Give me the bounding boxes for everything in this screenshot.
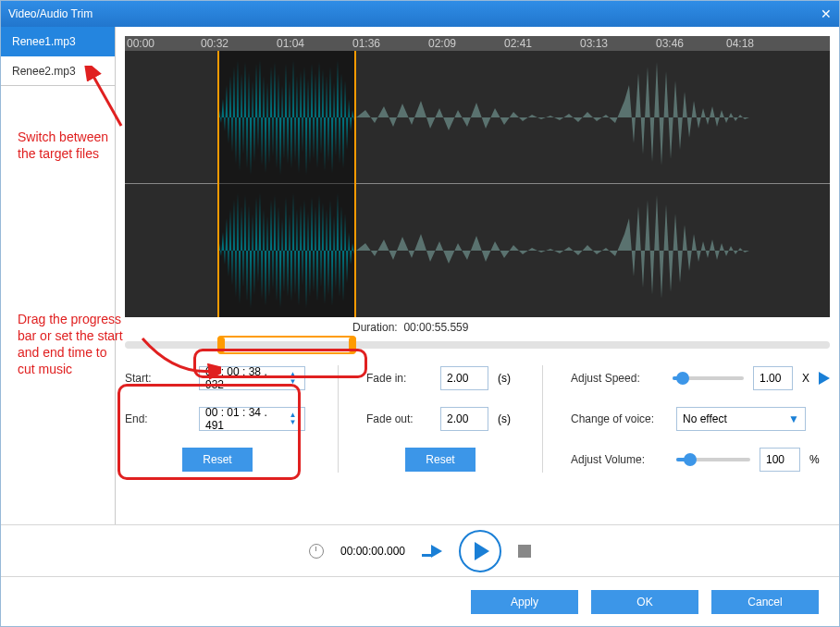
play-preview-icon[interactable] <box>819 372 830 385</box>
stop-button[interactable] <box>518 545 531 558</box>
jump-icon[interactable] <box>422 545 442 558</box>
speed-input[interactable]: 1.00 <box>753 366 793 390</box>
volume-slider[interactable] <box>676 458 750 461</box>
end-label: End: <box>125 412 190 425</box>
window-title: Video/Audio Trim <box>8 7 93 20</box>
voice-label: Change of voice: <box>571 412 667 425</box>
speed-slider[interactable] <box>673 376 744 380</box>
play-button[interactable] <box>459 530 501 572</box>
trim-handle-end[interactable] <box>349 338 356 352</box>
reset-fade-button[interactable]: Reset <box>405 448 475 472</box>
start-time-input[interactable]: 00 : 00 : 38 . 932 ▲▼ <box>199 366 305 390</box>
fadein-label: Fade in: <box>366 372 431 385</box>
play-icon <box>475 542 489 560</box>
reset-time-button[interactable]: Reset <box>182 448 252 472</box>
fadeout-input[interactable]: 2.00 <box>440 407 488 431</box>
chevron-down-icon: ▼ <box>788 412 799 425</box>
trim-selection[interactable] <box>217 336 356 354</box>
clock-icon <box>309 544 324 559</box>
end-time-input[interactable]: 00 : 01 : 34 . 491 ▲▼ <box>199 407 305 431</box>
time-ruler: 00:00 00:32 01:04 01:36 02:09 02:41 03:1… <box>125 36 830 51</box>
file-list: Renee1.mp3 Renee2.mp3 <box>1 27 116 524</box>
trim-track[interactable] <box>125 341 830 349</box>
speed-label: Adjust Speed: <box>571 372 663 385</box>
title-bar: Video/Audio Trim ✕ <box>1 1 839 27</box>
chevron-down-icon[interactable]: ▼ <box>287 378 299 386</box>
dialog-buttons: Apply OK Cancel <box>1 576 839 626</box>
start-label: Start: <box>125 372 190 385</box>
ok-button[interactable]: OK <box>591 590 698 614</box>
apply-button[interactable]: Apply <box>471 590 578 614</box>
waveform-display[interactable] <box>125 51 830 317</box>
file-item[interactable]: Renee1.mp3 <box>1 27 115 56</box>
cancel-button[interactable]: Cancel <box>711 590 819 614</box>
volume-label: Adjust Volume: <box>571 453 667 466</box>
playback-time: 00:00:00.000 <box>340 545 405 558</box>
file-item[interactable]: Renee2.mp3 <box>1 56 115 86</box>
chevron-down-icon[interactable]: ▼ <box>287 419 299 426</box>
trim-handle-start[interactable] <box>217 338 225 352</box>
fadein-input[interactable]: 2.00 <box>440 366 488 390</box>
volume-input[interactable]: 100 <box>760 448 800 472</box>
duration-display: Duration: 00:00:55.559 <box>352 321 830 334</box>
fadeout-label: Fade out: <box>366 412 431 425</box>
selection-region[interactable] <box>217 51 356 317</box>
playback-bar: 00:00:00.000 <box>1 524 839 576</box>
close-icon[interactable]: ✕ <box>821 6 832 21</box>
voice-select[interactable]: No effect ▼ <box>676 407 806 431</box>
